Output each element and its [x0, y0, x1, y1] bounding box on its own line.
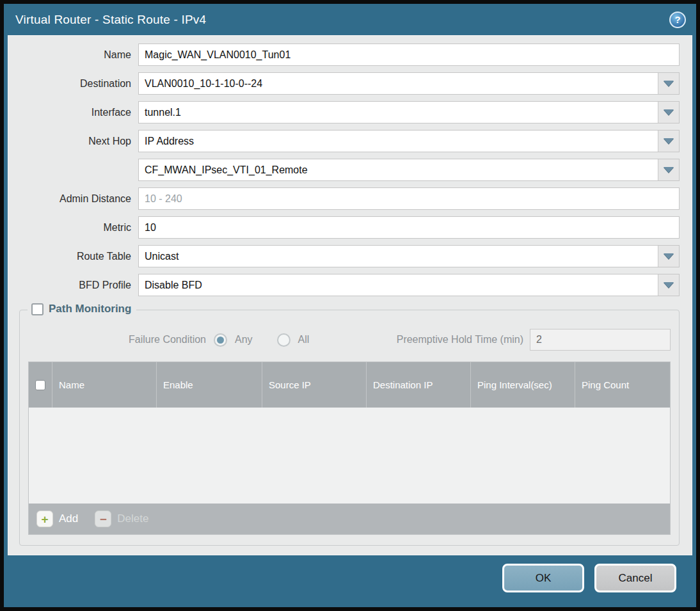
interface-dropdown-button[interactable] [658, 102, 679, 123]
destination-field-wrap [138, 72, 680, 95]
path-monitoring-title: Path Monitoring [49, 303, 131, 315]
radio-dot [280, 337, 287, 344]
interface-field-wrap [138, 101, 680, 123]
admin-distance-field-wrap [138, 187, 680, 210]
route-table-field-wrap [138, 245, 680, 267]
path-monitoring-group: Path Monitoring Failure Condition Any Al… [19, 310, 680, 546]
table-toolbar: + Add − Delete [29, 504, 670, 534]
destination-input[interactable] [138, 72, 680, 95]
path-monitoring-legend: Path Monitoring [28, 303, 136, 315]
table-body-empty [29, 408, 670, 504]
interface-row: Interface [19, 101, 680, 123]
metric-input[interactable] [138, 216, 680, 239]
select-all-cell [29, 362, 52, 408]
chevron-down-icon [664, 81, 674, 86]
delete-button-label: Delete [117, 512, 148, 525]
interface-input[interactable] [138, 101, 680, 123]
column-header-name[interactable]: Name [52, 362, 157, 408]
metric-row: Metric [19, 216, 680, 239]
admin-distance-row: Admin Distance [19, 187, 680, 210]
dialog-title: Virtual Router - Static Route - IPv4 [15, 13, 206, 27]
next-hop-label: Next Hop [19, 136, 138, 147]
metric-field-wrap [138, 216, 680, 239]
failure-condition-all-option[interactable]: All [277, 333, 310, 347]
interface-label: Interface [19, 107, 138, 118]
help-glyph: ? [674, 14, 680, 25]
radio-all[interactable] [277, 333, 290, 347]
failure-condition-any-option[interactable]: Any [214, 333, 253, 347]
path-monitoring-table: Name Enable Source IP Destination IP Pin… [28, 361, 671, 535]
radio-any-label: Any [235, 334, 253, 345]
name-label: Name [19, 49, 138, 61]
radio-any[interactable] [214, 333, 227, 347]
select-all-checkbox[interactable] [35, 380, 45, 390]
plus-icon: + [36, 511, 53, 527]
dialog-content: Name Destination Interface [8, 35, 692, 555]
next-hop-address-input[interactable] [138, 159, 680, 181]
screen: Virtual Router - Static Route - IPv4 ? N… [0, 0, 700, 611]
next-hop-row: Next Hop [19, 130, 680, 152]
next-hop-address-row [19, 159, 680, 181]
delete-button[interactable]: − Delete [95, 511, 148, 527]
help-icon[interactable]: ? [669, 12, 686, 28]
bfd-profile-label: BFD Profile [19, 280, 138, 291]
route-table-label: Route Table [19, 251, 138, 262]
name-field-wrap [138, 44, 680, 66]
column-header-ping-interval[interactable]: Ping Interval(sec) [471, 362, 575, 408]
next-hop-address-dropdown-button[interactable] [658, 159, 679, 180]
chevron-down-icon [664, 109, 674, 115]
next-hop-field-wrap [138, 130, 680, 152]
cancel-button[interactable]: Cancel [594, 564, 676, 592]
minus-icon: − [95, 511, 111, 527]
ok-button[interactable]: OK [502, 564, 584, 592]
bfd-profile-field-wrap [138, 274, 680, 296]
destination-row: Destination [19, 72, 680, 95]
next-hop-dropdown-button[interactable] [658, 131, 679, 152]
radio-dot [217, 337, 224, 344]
preemptive-hold-time-input[interactable] [530, 329, 671, 351]
destination-dropdown-button[interactable] [658, 73, 679, 94]
route-table-dropdown-button[interactable] [658, 246, 679, 267]
chevron-down-icon [664, 167, 674, 173]
dialog-titlebar: Virtual Router - Static Route - IPv4 ? [4, 4, 696, 35]
add-button[interactable]: + Add [36, 511, 78, 527]
destination-label: Destination [19, 78, 138, 90]
next-hop-type-input[interactable] [138, 130, 680, 152]
admin-distance-input[interactable] [138, 187, 680, 210]
column-header-destination-ip[interactable]: Destination IP [367, 362, 471, 408]
table-header: Name Enable Source IP Destination IP Pin… [29, 362, 670, 408]
column-header-source-ip[interactable]: Source IP [262, 362, 367, 408]
name-input[interactable] [138, 44, 680, 66]
route-table-row: Route Table [19, 245, 680, 267]
add-button-label: Add [59, 512, 78, 525]
route-table-input[interactable] [138, 245, 680, 267]
failure-condition-row: Failure Condition Any All Preemptive Hol… [28, 328, 671, 351]
admin-distance-label: Admin Distance [19, 193, 138, 205]
column-header-enable[interactable]: Enable [157, 362, 262, 408]
chevron-down-icon [664, 138, 674, 144]
bfd-profile-row: BFD Profile [19, 274, 680, 296]
next-hop-address-field-wrap [138, 159, 680, 181]
radio-all-label: All [298, 334, 310, 345]
static-route-dialog: Virtual Router - Static Route - IPv4 ? N… [4, 4, 696, 607]
chevron-down-icon [664, 282, 674, 288]
dialog-buttonbar: OK Cancel [4, 555, 696, 607]
metric-label: Metric [19, 222, 138, 234]
bfd-profile-input[interactable] [138, 274, 680, 296]
chevron-down-icon [664, 253, 674, 259]
preemptive-hold-time-label: Preemptive Hold Time (min) [397, 334, 530, 345]
name-row: Name [19, 44, 680, 66]
preemptive-hold-time: Preemptive Hold Time (min) [397, 329, 671, 351]
failure-condition-label: Failure Condition [28, 334, 214, 345]
path-monitoring-checkbox[interactable] [31, 303, 44, 315]
column-header-ping-count[interactable]: Ping Count [575, 362, 670, 408]
bfd-profile-dropdown-button[interactable] [658, 274, 679, 296]
